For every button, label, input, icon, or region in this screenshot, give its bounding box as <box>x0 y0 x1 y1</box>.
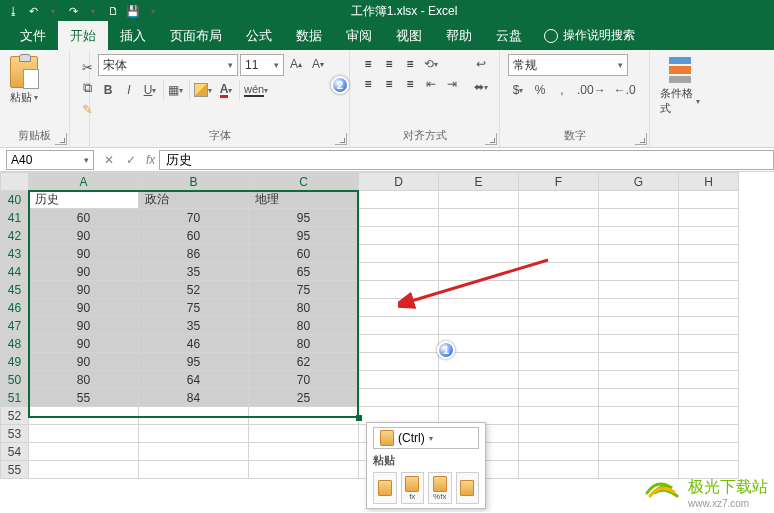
cell-F44[interactable] <box>519 263 599 281</box>
cell-C46[interactable]: 80 <box>249 299 359 317</box>
cell-F54[interactable] <box>519 443 599 461</box>
cell-G46[interactable] <box>599 299 679 317</box>
merge-button[interactable]: ⬌▾ <box>468 77 494 97</box>
cell-G40[interactable] <box>599 191 679 209</box>
cell-G50[interactable] <box>599 371 679 389</box>
tab-yunpan[interactable]: 云盘 <box>484 21 534 50</box>
paste-button[interactable]: 粘贴▾ <box>8 54 40 107</box>
cell-E48[interactable] <box>439 335 519 353</box>
cell-G55[interactable] <box>599 461 679 479</box>
cell-F41[interactable] <box>519 209 599 227</box>
cell-F43[interactable] <box>519 245 599 263</box>
cell-F49[interactable] <box>519 353 599 371</box>
cell-E51[interactable] <box>439 389 519 407</box>
cell-C45[interactable]: 75 <box>249 281 359 299</box>
tab-home[interactable]: 开始 <box>58 21 108 50</box>
underline-button[interactable]: U▾ <box>140 80 160 100</box>
cell-H48[interactable] <box>679 335 739 353</box>
cell-E43[interactable] <box>439 245 519 263</box>
cell-A55[interactable] <box>29 461 139 479</box>
fx-icon[interactable]: fx <box>146 153 155 167</box>
cell-A47[interactable]: 90 <box>29 317 139 335</box>
cell-G52[interactable] <box>599 407 679 425</box>
paste-option-all[interactable] <box>373 472 397 504</box>
cell-D40[interactable] <box>359 191 439 209</box>
cell-B53[interactable] <box>139 425 249 443</box>
cell-D42[interactable] <box>359 227 439 245</box>
cell-F40[interactable] <box>519 191 599 209</box>
autosave-icon[interactable]: ⭳ <box>6 4 20 18</box>
row-header-52[interactable]: 52 <box>1 407 29 425</box>
cell-G49[interactable] <box>599 353 679 371</box>
name-box[interactable]: A40 ▾ <box>6 150 94 170</box>
cell-D45[interactable] <box>359 281 439 299</box>
cell-F46[interactable] <box>519 299 599 317</box>
cell-H49[interactable] <box>679 353 739 371</box>
cell-H51[interactable] <box>679 389 739 407</box>
cell-G47[interactable] <box>599 317 679 335</box>
col-header-A[interactable]: A <box>29 173 139 191</box>
font-size-combo[interactable]: 11 ▾ <box>240 54 284 76</box>
number-format-combo[interactable]: 常规 ▾ <box>508 54 628 76</box>
cell-E41[interactable] <box>439 209 519 227</box>
enter-formula-button[interactable]: ✓ <box>122 153 140 167</box>
cell-B55[interactable] <box>139 461 249 479</box>
clipboard-launcher[interactable] <box>55 133 67 145</box>
tab-insert[interactable]: 插入 <box>108 21 158 50</box>
select-all-corner[interactable] <box>1 173 29 191</box>
row-header-40[interactable]: 40 <box>1 191 29 209</box>
border-button[interactable]: ▦▾ <box>163 80 186 100</box>
cell-C43[interactable]: 60 <box>249 245 359 263</box>
cell-B42[interactable]: 60 <box>139 227 249 245</box>
save-icon[interactable]: 💾 <box>126 4 140 18</box>
cell-H40[interactable] <box>679 191 739 209</box>
cell-H45[interactable] <box>679 281 739 299</box>
cell-B43[interactable]: 86 <box>139 245 249 263</box>
undo-icon[interactable]: ↶ <box>26 4 40 18</box>
row-header-44[interactable]: 44 <box>1 263 29 281</box>
redo-icon[interactable]: ↷ <box>66 4 80 18</box>
cell-H55[interactable] <box>679 461 739 479</box>
conditional-format-button[interactable]: 条件格式▾ <box>658 54 702 118</box>
row-header-50[interactable]: 50 <box>1 371 29 389</box>
cell-A46[interactable]: 90 <box>29 299 139 317</box>
cell-H47[interactable] <box>679 317 739 335</box>
cell-E47[interactable] <box>439 317 519 335</box>
row-header-53[interactable]: 53 <box>1 425 29 443</box>
align-center-button[interactable]: ≡ <box>379 74 399 94</box>
decrease-indent-button[interactable]: ⇤ <box>421 74 441 94</box>
cell-H52[interactable] <box>679 407 739 425</box>
phonetic-button[interactable]: wén▾ <box>239 80 271 100</box>
font-color-button[interactable]: A▾ <box>216 80 236 100</box>
cell-F42[interactable] <box>519 227 599 245</box>
tab-review[interactable]: 审阅 <box>334 21 384 50</box>
cell-A44[interactable]: 90 <box>29 263 139 281</box>
cell-E50[interactable] <box>439 371 519 389</box>
cell-A43[interactable]: 90 <box>29 245 139 263</box>
font-family-combo[interactable]: 宋体 ▾ <box>98 54 238 76</box>
alignment-launcher[interactable] <box>485 133 497 145</box>
cell-G54[interactable] <box>599 443 679 461</box>
row-header-49[interactable]: 49 <box>1 353 29 371</box>
cell-C54[interactable] <box>249 443 359 461</box>
row-header-46[interactable]: 46 <box>1 299 29 317</box>
cell-D41[interactable] <box>359 209 439 227</box>
cell-C50[interactable]: 70 <box>249 371 359 389</box>
cell-H50[interactable] <box>679 371 739 389</box>
cell-C48[interactable]: 80 <box>249 335 359 353</box>
cell-C44[interactable]: 65 <box>249 263 359 281</box>
cell-B48[interactable]: 46 <box>139 335 249 353</box>
cell-C51[interactable]: 25 <box>249 389 359 407</box>
tab-help[interactable]: 帮助 <box>434 21 484 50</box>
cell-G45[interactable] <box>599 281 679 299</box>
cell-B50[interactable]: 64 <box>139 371 249 389</box>
cell-F50[interactable] <box>519 371 599 389</box>
cell-A40[interactable]: 历史 <box>29 191 139 209</box>
cell-B46[interactable]: 75 <box>139 299 249 317</box>
tab-formulas[interactable]: 公式 <box>234 21 284 50</box>
cell-E40[interactable] <box>439 191 519 209</box>
cell-C49[interactable]: 62 <box>249 353 359 371</box>
cell-H46[interactable] <box>679 299 739 317</box>
cell-C42[interactable]: 95 <box>249 227 359 245</box>
paste-options-toggle[interactable]: (Ctrl) ▾ <box>373 427 479 449</box>
